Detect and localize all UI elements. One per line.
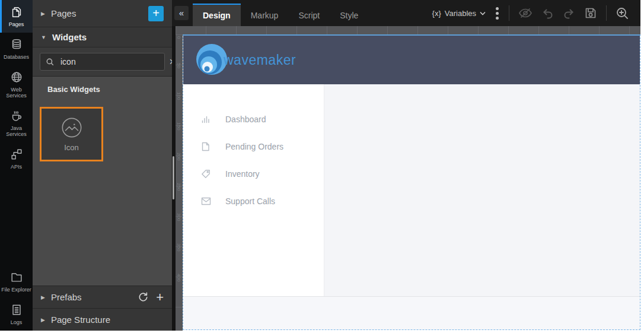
chevron-right-icon: ▶ [41,294,45,300]
pages-panel: ▶ Pages + ▼ Widgets ✕ Basic Widgets [33,0,172,331]
app-header[interactable]: wavemaker [183,36,640,84]
tab-design[interactable]: Design [193,4,241,26]
design-canvas[interactable]: wavemaker Dashboard Pending Orde [183,34,640,330]
add-page-button[interactable]: + [148,6,164,21]
save-icon[interactable] [584,7,597,20]
nav-item-inventory[interactable]: Inventory [183,160,324,188]
preview-hidden-icon[interactable] [518,7,533,19]
nav-item-support-calls[interactable]: Support Calls [183,188,324,215]
sidebar-item-web-services[interactable]: Web Services [0,65,33,104]
sidebar-item-label: Java Services [1,125,32,137]
widget-search-box[interactable]: ✕ [40,53,165,71]
vertical-ruler: 0 50 100 150 200 250 300 350 400 [176,34,183,331]
tag-icon [201,169,211,179]
chevron-down-icon: ▼ [41,34,46,40]
add-prefab-icon[interactable]: + [156,291,164,303]
tab-style[interactable]: Style [330,4,368,26]
widget-search-row: ✕ [33,47,172,77]
globe-icon [10,70,23,84]
sidebar-item-label: Databases [1,54,32,60]
variables-dropdown[interactable]: {x} Variables [432,9,486,18]
undo-icon[interactable] [541,7,554,19]
variables-label: Variables [445,9,476,18]
ruler-mark: 200 [176,153,181,160]
variables-icon: {x} [432,9,441,18]
ruler-mark: 150 [176,122,181,130]
rail-spacer [0,175,33,265]
coffee-cup-icon [10,109,23,123]
collapse-panel-button[interactable]: « [174,6,189,20]
ruler-mark: 0 [176,36,181,39]
refresh-prefabs-icon[interactable] [138,291,149,303]
search-input[interactable] [59,56,169,67]
pages-section-label: Pages [51,8,76,18]
chevron-right-icon: ▶ [41,11,45,17]
folder-icon [10,270,23,284]
prefabs-section-header[interactable]: ▶ Prefabs + [33,286,172,309]
app-body: Dashboard Pending Orders [183,84,640,296]
pages-section-header[interactable]: ▶ Pages + [33,0,172,27]
ruler-mark: 100 [176,92,181,100]
sidebar-item-pages[interactable]: Pages [0,0,33,33]
chevron-right-icon: ▶ [41,317,45,323]
page-structure-section-label: Page Structure [51,315,110,325]
widget-tile-label: Icon [64,143,79,152]
pages-icon [10,5,23,19]
nav-item-dashboard[interactable]: Dashboard [183,106,324,133]
ruler-mark: 50 [176,63,181,68]
editor-tabs: Design Markup Script Style [193,4,368,26]
log-file-icon [10,303,23,317]
app-left-nav: Dashboard Pending Orders [183,84,324,296]
toolbar-actions: {x} Variables [432,5,640,21]
bar-chart-icon [201,115,211,124]
nav-item-label: Support Calls [225,196,275,206]
tab-script[interactable]: Script [288,4,330,26]
image-circle-icon [60,116,83,139]
chevron-down-icon [480,11,486,15]
sidebar-item-java-services[interactable]: Java Services [0,104,33,142]
nav-item-pending-orders[interactable]: Pending Orders [183,133,324,160]
icon-widget-tile[interactable]: Icon [40,107,103,161]
zoom-in-icon[interactable] [616,7,629,20]
search-icon [46,58,55,66]
sidebar-item-apis[interactable]: APIs [0,142,33,175]
widget-group-title: Basic Widgets [47,85,165,94]
more-options-icon[interactable] [495,7,500,20]
sidebar-item-file-explorer[interactable]: File Explorer [0,265,33,298]
sidebar-item-logs[interactable]: Logs [0,298,33,331]
horizontal-ruler [176,26,640,34]
sidebar-item-databases[interactable]: Databases [0,33,33,65]
sidebar-item-label: APIs [1,164,32,170]
editor-toolbar: « Design Markup Script Style {x} Variabl… [172,0,640,26]
toolbar-divider [606,5,607,21]
prefabs-section-label: Prefabs [51,292,82,302]
database-icon [10,37,23,52]
activity-rail: Pages Databases Web Services [0,0,33,331]
app-footer[interactable] [183,296,640,329]
ruler-mark: 300 [176,213,181,221]
widgets-section-label: Widgets [52,32,87,42]
nav-item-label: Inventory [225,169,260,179]
sidebar-item-label: Web Services [1,87,32,99]
ruler-mark: 350 [176,243,181,251]
toolbar-divider [509,5,509,21]
nav-item-label: Dashboard [225,115,266,124]
tab-markup[interactable]: Markup [241,4,289,26]
nav-item-label: Pending Orders [225,142,283,151]
panel-scrollbar[interactable] [173,156,174,199]
envelope-icon [201,197,211,205]
sidebar-item-label: File Explorer [1,287,32,293]
redo-icon[interactable] [563,7,575,19]
api-flow-icon [10,147,23,161]
page-structure-section-header[interactable]: ▶ Page Structure [33,309,172,331]
app-content-area[interactable] [324,84,640,296]
wavemaker-studio-window: Pages Databases Web Services [0,0,644,333]
brand-name: wavemaker [224,52,296,68]
ruler-mark: 400 [176,274,181,281]
widget-results: Basic Widgets Icon [33,77,172,286]
widgets-section-header[interactable]: ▼ Widgets [33,27,172,47]
sidebar-item-label: Logs [1,319,32,325]
sidebar-item-label: Pages [1,21,32,27]
document-icon [201,142,211,151]
ruler-mark: 250 [176,183,181,191]
